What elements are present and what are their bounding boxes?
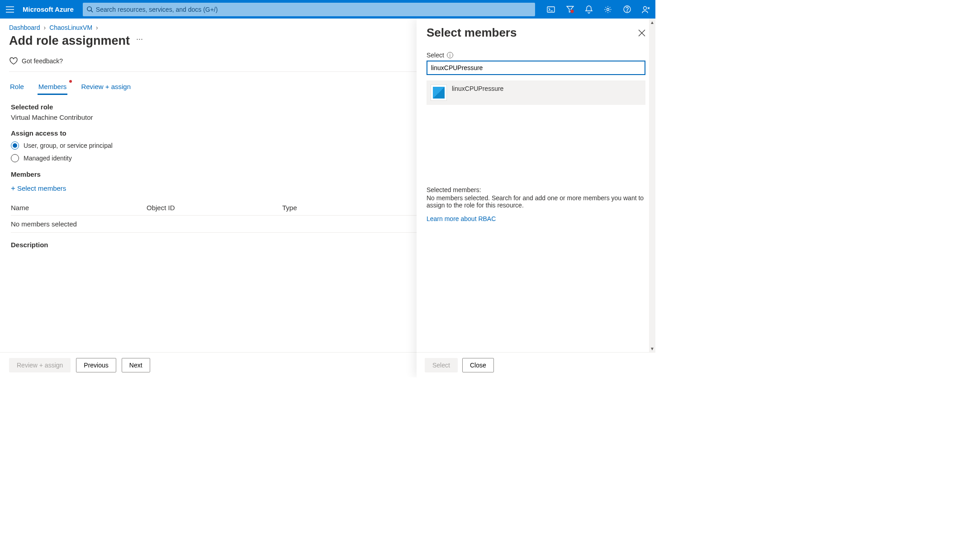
column-name: Name	[11, 204, 128, 212]
radio-label: Managed identity	[24, 155, 72, 162]
notifications-icon[interactable]	[579, 0, 598, 19]
directory-filter-icon[interactable]	[560, 0, 579, 19]
select-search-input[interactable]	[427, 61, 645, 75]
heart-icon	[9, 57, 18, 65]
scroll-up-icon[interactable]: ▲	[649, 19, 655, 26]
review-assign-button: Review + assign	[9, 358, 71, 372]
previous-button[interactable]: Previous	[76, 358, 116, 372]
close-icon[interactable]	[638, 29, 645, 37]
panel-title: Select members	[427, 26, 517, 40]
result-name: linuxCPUPressure	[452, 85, 503, 92]
hamburger-icon[interactable]	[0, 0, 20, 19]
info-icon[interactable]: i	[447, 52, 453, 58]
svg-line-4	[91, 10, 93, 12]
panel-scrollbar[interactable]: ▲ ▼	[649, 19, 655, 352]
radio-icon	[11, 141, 19, 150]
column-object-id: Object ID	[147, 204, 264, 212]
tab-indicator-dot	[69, 80, 72, 83]
radio-label: User, group, or service principal	[24, 142, 113, 149]
search-input[interactable]	[93, 6, 531, 13]
top-bar: Microsoft Azure	[0, 0, 655, 19]
help-icon[interactable]	[617, 0, 636, 19]
tab-role[interactable]: Role	[9, 80, 25, 95]
topbar-actions	[541, 0, 655, 19]
feedback-person-icon[interactable]	[636, 0, 655, 19]
panel-close-button[interactable]: Close	[462, 358, 494, 372]
select-members-link[interactable]: + Select members	[11, 184, 66, 192]
chevron-right-icon: ›	[44, 24, 46, 31]
chevron-right-icon: ›	[96, 24, 98, 31]
svg-point-8	[607, 8, 609, 10]
svg-point-11	[644, 6, 647, 9]
global-search[interactable]	[83, 3, 535, 16]
svg-point-3	[87, 7, 91, 11]
panel-select-button: Select	[425, 358, 458, 372]
plus-icon: +	[11, 184, 15, 192]
svg-rect-5	[547, 7, 555, 12]
brand-label[interactable]: Microsoft Azure	[20, 5, 80, 13]
learn-rbac-link[interactable]: Learn more about RBAC	[427, 215, 496, 222]
selected-members-label: Selected members:	[427, 186, 645, 193]
result-thumbnail-icon	[431, 85, 446, 100]
feedback-label: Got feedback?	[22, 57, 63, 65]
breadcrumb-item[interactable]: ChaosLinuxVM	[49, 24, 92, 31]
next-button[interactable]: Next	[122, 358, 150, 372]
scroll-down-icon[interactable]: ▼	[649, 345, 655, 352]
column-type: Type	[282, 204, 373, 212]
svg-point-7	[571, 10, 574, 13]
search-result-item[interactable]: linuxCPUPressure	[427, 80, 645, 105]
tab-review-assign[interactable]: Review + assign	[80, 80, 132, 95]
settings-icon[interactable]	[598, 0, 617, 19]
radio-icon	[11, 154, 19, 162]
selected-members-message: No members selected. Search for and add …	[427, 194, 645, 209]
breadcrumb-item[interactable]: Dashboard	[9, 24, 40, 31]
select-field-label: Select	[427, 52, 444, 59]
page-title: Add role assignment	[9, 34, 130, 48]
more-actions-icon[interactable]: ···	[136, 34, 143, 44]
cloud-shell-icon[interactable]	[541, 0, 560, 19]
search-icon	[86, 6, 93, 13]
select-members-panel: Select members Select i linuxCPUPressure…	[417, 19, 655, 377]
tab-members[interactable]: Members	[38, 80, 68, 95]
svg-point-10	[626, 11, 627, 11]
main-content: Dashboard › ChaosLinuxVM › Add role assi…	[0, 19, 655, 377]
